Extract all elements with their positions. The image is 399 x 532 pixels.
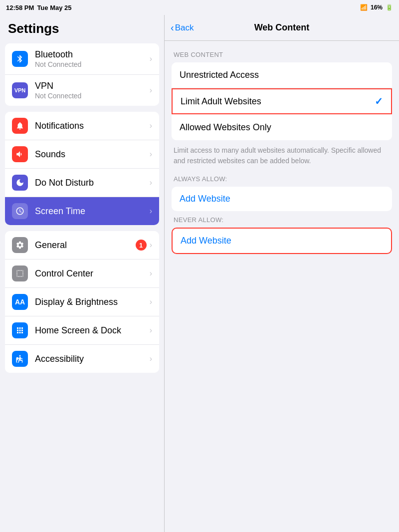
status-indicators: 📶 16% 🔋 [360,4,393,11]
general-badge: 1 [136,240,147,251]
option-unrestricted[interactable]: Unrestricted Access [172,62,392,88]
status-time-date: 12:58 PM Tue May 25 [6,4,72,11]
donotdisturb-title: Do Not Disturb [35,178,147,188]
settings-title: Settings [0,15,164,40]
option-allowedonly[interactable]: Allowed Websites Only [172,114,392,140]
settings-group-connectivity: Bluetooth Not Connected › VPN VPN Not Co… [5,43,159,106]
display-text: Display & Brightness [35,297,147,307]
accessibility-chevron: › [150,354,152,363]
option-limitadult-label: Limit Adult Websites [181,96,375,107]
webcontent-panel: ‹ Back Web Content WEB CONTENT Unrestric… [165,15,399,532]
controlcenter-title: Control Center [35,268,147,279]
bluetooth-title: Bluetooth [35,49,147,60]
settings-item-donotdisturb[interactable]: Do Not Disturb › [5,169,159,197]
general-text: General [35,240,136,251]
always-allow-add-website[interactable]: Add Website [172,187,392,211]
bluetooth-icon [12,51,28,67]
sounds-title: Sounds [35,149,147,160]
settings-group-system: Notifications › Sounds › [5,112,159,225]
webcontent-options-group: Unrestricted Access Limit Adult Websites… [172,62,392,140]
sounds-icon [12,146,28,162]
donotdisturb-chevron: › [150,178,152,187]
back-button[interactable]: ‹ Back [171,22,194,33]
vpn-icon: VPN [12,82,28,98]
homescreen-title: Home Screen & Dock [35,325,147,336]
homescreen-chevron: › [150,326,152,335]
settings-item-notifications[interactable]: Notifications › [5,112,159,140]
donotdisturb-text: Do Not Disturb [35,178,147,188]
controlcenter-chevron: › [150,269,152,278]
homescreen-text: Home Screen & Dock [35,325,147,336]
settings-group-device: General 1 › Control Center › AA [5,231,159,373]
always-allow-label: ALWAYS ALLOW: [172,175,392,183]
settings-item-sounds[interactable]: Sounds › [5,140,159,169]
main-container: Settings Bluetooth Not Connected › VPN V… [0,15,399,532]
sounds-text: Sounds [35,149,147,160]
wifi-icon: 📶 [360,4,368,11]
vpn-text: VPN Not Connected [35,81,147,100]
bluetooth-subtitle: Not Connected [35,60,147,68]
battery-level: 16% [371,4,383,11]
always-allow-add-label: Add Website [180,194,230,204]
back-chevron-icon: ‹ [171,22,174,33]
accessibility-icon [12,351,28,367]
battery-icon: 🔋 [386,4,393,11]
bluetooth-text: Bluetooth Not Connected [35,49,147,68]
controlcenter-icon [12,266,28,281]
donotdisturb-icon [12,175,28,191]
sounds-chevron: › [150,150,152,159]
vpn-chevron: › [150,86,152,95]
screentime-title: Screen Time [35,206,147,217]
webcontent-description: Limit access to many adult websites auto… [174,145,390,166]
status-time: 12:58 PM [6,4,34,11]
display-icon: AA [12,294,28,310]
notifications-text: Notifications [35,121,147,131]
screentime-icon [12,203,28,219]
settings-item-screentime[interactable]: Screen Time › [5,197,159,225]
checkmark-icon: ✓ [375,95,383,107]
accessibility-text: Accessibility [35,354,147,364]
webcontent-body: WEB CONTENT Unrestricted Access Limit Ad… [165,41,399,532]
display-title: Display & Brightness [35,297,147,307]
never-allow-add-website[interactable]: Add Website [172,228,392,254]
svg-point-0 [19,355,21,357]
settings-item-vpn[interactable]: VPN VPN Not Connected › [5,75,159,106]
settings-item-accessibility[interactable]: Accessibility › [5,345,159,373]
option-unrestricted-label: Unrestricted Access [180,70,384,80]
accessibility-title: Accessibility [35,354,147,364]
status-bar: 12:58 PM Tue May 25 📶 16% 🔋 [0,0,399,15]
screentime-text: Screen Time [35,206,147,217]
screentime-chevron: › [150,207,152,216]
notifications-chevron: › [150,121,152,130]
settings-item-controlcenter[interactable]: Control Center › [5,260,159,288]
settings-item-general[interactable]: General 1 › [5,231,159,260]
controlcenter-text: Control Center [35,268,147,279]
settings-item-homescreen[interactable]: Home Screen & Dock › [5,316,159,345]
homescreen-icon [12,322,28,338]
never-allow-label: NEVER ALLOW: [172,216,392,224]
option-limitadult[interactable]: Limit Adult Websites ✓ [172,88,392,114]
vpn-subtitle: Not Connected [35,92,147,100]
notifications-title: Notifications [35,121,147,131]
never-allow-add-label: Add Website [181,236,231,246]
webcontent-header: ‹ Back Web Content [165,15,399,41]
general-chevron: › [150,241,152,250]
notifications-icon [12,118,28,134]
back-label: Back [175,23,194,33]
settings-item-bluetooth[interactable]: Bluetooth Not Connected › [5,43,159,75]
bluetooth-chevron: › [150,54,152,63]
option-allowedonly-label: Allowed Websites Only [180,122,384,133]
webcontent-title: Web Content [254,22,310,33]
display-chevron: › [150,297,152,306]
status-date: Tue May 25 [37,4,71,11]
general-icon [12,237,28,253]
vpn-title: VPN [35,81,147,91]
webcontent-section-label: WEB CONTENT [172,51,392,58]
settings-item-display[interactable]: AA Display & Brightness › [5,288,159,316]
settings-panel: Settings Bluetooth Not Connected › VPN V… [0,15,165,532]
general-title: General [35,240,136,251]
